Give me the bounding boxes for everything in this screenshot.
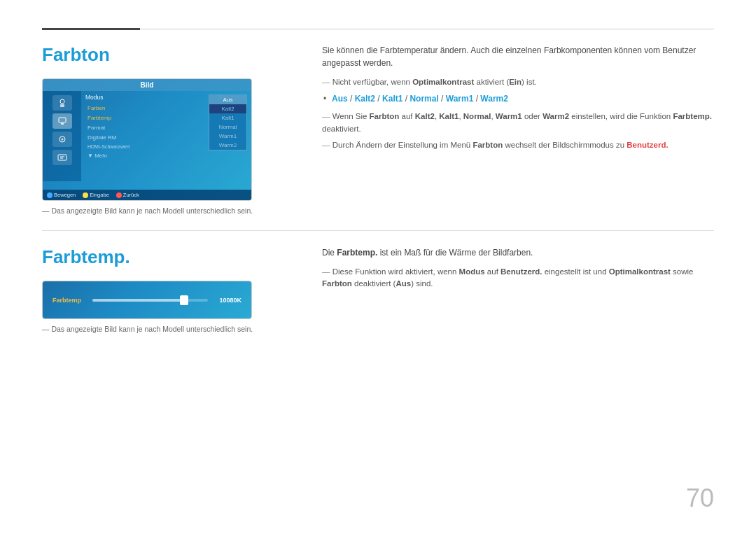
svg-rect-6 [58,155,66,160]
farbtemp-slider-fill [92,299,185,302]
farbtemp-slider-track [92,299,208,302]
tv-btn-bewegen-label: Bewegen [54,192,76,198]
farbton-note3: Durch Ändern der Einstellung im Menü Far… [322,139,714,151]
farbtemp-left-col: Farbtemp. Farbtemp 10080K Das angezeigte… [42,246,294,333]
tv-content: Modus Benutzerd. Farben Farbtemp Format … [43,91,251,181]
tv-icon-4 [52,150,72,165]
tv-submenu-aus: Aus [209,95,246,104]
tv-submenu-kalt1: Kalt1 [209,113,246,122]
note2-kalt2: Kalt2 [415,112,435,120]
note3-mid: wechselt der Bildschirmmodus zu [503,141,626,149]
note2-farbtemp: Farbtemp. [673,112,712,120]
bullet-sep4: / [439,94,446,104]
ft-note1-start: Diese Funktion wird aktiviert, wenn [332,267,459,276]
farbton-title: Farbton [42,44,294,66]
tv-submenu: Aus Kalt2 Kalt1 Normal Warm1 Warm2 [209,94,247,150]
divider-dark [42,28,140,30]
bullet-sep2: / [375,94,382,104]
farbton-left-col: Farbton Bild [42,44,294,215]
ft-note1-aus: Aus [396,279,411,288]
tv-icon-2 [52,113,72,129]
top-divider [42,28,714,30]
note2-farbton: Farbton [370,112,400,120]
section-divider [42,230,714,231]
tv-modus-label: Modus [85,94,104,101]
tv-title-bar: Bild [43,79,251,91]
tv-menu-item-mehr: ▼ Mehr [85,151,247,160]
ft-note1-modus: Modus [459,267,485,276]
note2-normal: Normal [463,112,491,120]
note2-oder: oder [522,112,542,120]
ft-note1-auf: auf [485,267,500,276]
ft-note1-farbton: Farbton [322,279,352,288]
tv-btn-bewegen: Bewegen [47,192,76,198]
page-container: Farbton Bild [0,0,756,534]
farbtemp-right-col: Die Farbtemp. ist ein Maß für die Wärme … [322,246,714,333]
note1-bold2: Ein [509,78,522,86]
svg-point-5 [61,139,63,141]
ft-note1-mid2: eingestellt ist und [542,267,608,276]
tv-submenu-warm1: Warm1 [209,132,246,141]
farbtemp-section: Farbtemp. Farbtemp 10080K Das angezeigte… [42,246,714,333]
farbton-note1: Nicht verfügbar, wenn Optimalkontrast ak… [322,76,714,88]
farbtemp-intro: Die Farbtemp. ist ein Maß für die Wärme … [322,246,714,259]
note2-end1: einstellen, wird die Funktion [569,112,673,120]
bullet-sep5: / [473,94,480,104]
note2-end2: deaktiviert. [322,125,361,133]
farbtemp-slider-thumb[interactable] [180,295,188,305]
farbton-tv-mockup: Bild [42,78,252,201]
farbton-note2: Wenn Sie Farbton auf Kalt2, Kalt1, Norma… [322,111,714,135]
bullet-warm2: Warm2 [480,94,508,104]
farbtemp-caption: Das angezeigte Bild kann je nach Modell … [42,325,294,333]
note1-plain: Nicht verfügbar, wenn [332,78,412,86]
tv-btn-eingabe-label: Eingabe [90,192,109,198]
farbtemp-slider-value: 10080K [219,297,241,304]
tv-btn-zuruck: Zurück [116,192,139,198]
bullet-sep3: / [402,94,410,104]
tv-sidebar [43,91,81,181]
tv-icon-3 [52,132,72,147]
farbtemp-mockup: Farbtemp 10080K [42,281,252,319]
tv-btn-red-icon [116,192,122,198]
farbtemp-title: Farbtemp. [42,246,294,268]
tv-submenu-normal: Normal [209,122,246,132]
farbton-right-col: Sie können die Farbtemperatur ändern. Au… [322,44,714,215]
farbtemp-intro-end: ist ein Maß für die Wärme der Bildfarben… [377,248,533,258]
tv-submenu-warm2: Warm2 [209,141,246,150]
tv-bottom-bar: Bewegen Eingabe Zurück [43,190,251,200]
tv-btn-zuruck-label: Zurück [123,192,139,198]
ft-note1-end: ) sind. [411,279,433,288]
bullet-normal: Normal [410,94,438,104]
ft-note1-optimalkontrast: Optimalkontrast [609,267,671,276]
farbtemp-note1: Diese Funktion wird aktiviert, wenn Modu… [322,266,714,290]
farbton-section: Farbton Bild [42,44,714,215]
note1-mid: aktiviert ( [474,78,509,86]
bullet-warm1: Warm1 [446,94,474,104]
note3-benutzerd: Benutzerd. [626,141,668,149]
ft-note1-sowie: sowie [671,267,694,276]
note1-bold1: Optimalkontrast [412,78,474,86]
note3-farbton: Farbton [472,141,503,149]
farbtemp-intro-bold: Farbtemp. [337,248,377,258]
farbton-bullet: Aus / Kalt2 / Kalt1 / Normal / Warm1 / W… [322,92,714,105]
note2-kalt1: Kalt1 [439,112,458,120]
svg-rect-3 [61,123,64,125]
svg-rect-2 [59,118,66,122]
divider-light [140,29,714,29]
farbtemp-intro-start: Die [322,248,337,258]
note2-warm1: Warm1 [496,112,522,120]
note3-start: Durch Ändern der Einstellung im Menü [332,141,473,149]
farbtemp-slider-label: Farbtemp [52,297,81,304]
ft-note1-benutzerd: Benutzerd. [500,267,542,276]
farbton-intro: Sie können die Farbtemperatur ändern. Au… [322,44,714,69]
farbton-caption: Das angezeigte Bild kann je nach Modell … [42,206,294,215]
bullet-sep1: / [348,94,355,104]
tv-btn-eingabe: Eingabe [83,192,109,198]
note2-warm2: Warm2 [542,112,569,120]
ft-note1-deakt: deaktiviert ( [352,279,396,288]
bullet-kalt1: Kalt1 [382,94,402,104]
note2-auf: auf [399,112,414,120]
note1-end: ) ist. [522,78,537,86]
page-number: 70 [686,484,714,513]
svg-rect-1 [60,104,64,107]
